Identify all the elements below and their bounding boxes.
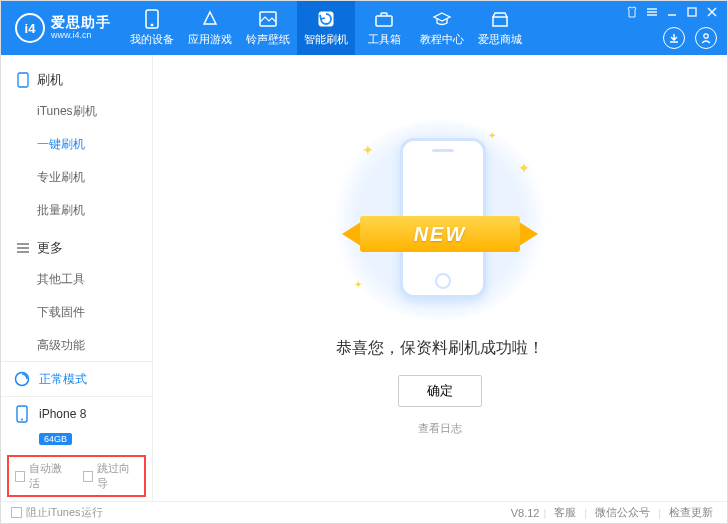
checkbox-icon: [83, 471, 93, 482]
sidebar-item-other-tools[interactable]: 其他工具: [1, 263, 152, 296]
checkbox-label: 自动激活: [29, 461, 70, 491]
toolbox-icon: [374, 9, 394, 29]
nav-toolbox[interactable]: 工具箱: [355, 1, 413, 55]
group-title: 刷机: [37, 71, 63, 89]
graduation-icon: [432, 9, 452, 29]
device-icon: [13, 405, 31, 423]
sidebar-item-batch-flash[interactable]: 批量刷机: [1, 194, 152, 227]
svg-rect-5: [493, 17, 507, 26]
group-title: 更多: [37, 239, 63, 257]
logo-badge: i4: [15, 13, 45, 43]
device-capacity-wrap: 64GB: [1, 431, 152, 453]
menu-icon[interactable]: [645, 5, 659, 19]
nav-label: 应用游戏: [188, 32, 232, 47]
ribbon-text: NEW: [360, 216, 520, 252]
device-name: iPhone 8: [39, 407, 140, 421]
mode-label: 正常模式: [39, 371, 87, 388]
checkbox-icon: [11, 507, 22, 518]
titlebar: i4 爱思助手 www.i4.cn 我的设备 应用游戏 铃声壁纸 智能刷机 工具…: [1, 1, 727, 55]
svg-point-7: [704, 34, 708, 38]
nav-label: 我的设备: [130, 32, 174, 47]
svg-rect-6: [688, 8, 696, 16]
wechat-link[interactable]: 微信公众号: [595, 505, 650, 520]
logo-text: 爱思助手 www.i4.cn: [51, 15, 111, 40]
nav-shop[interactable]: 爱思商城: [471, 1, 529, 55]
nav-my-device[interactable]: 我的设备: [123, 1, 181, 55]
app-subtitle: www.i4.cn: [51, 31, 111, 41]
svg-rect-4: [376, 16, 392, 26]
svg-rect-8: [18, 73, 28, 87]
support-link[interactable]: 客服: [554, 505, 576, 520]
sidebar-item-advanced[interactable]: 高级功能: [1, 329, 152, 361]
apps-icon: [200, 9, 220, 29]
tshirt-icon[interactable]: [625, 5, 639, 19]
version-label: V8.12: [511, 507, 540, 519]
view-log-link[interactable]: 查看日志: [418, 421, 462, 436]
close-icon[interactable]: [705, 5, 719, 19]
user-button[interactable]: [695, 27, 717, 49]
nav-flash[interactable]: 智能刷机: [297, 1, 355, 55]
nav-label: 工具箱: [368, 32, 401, 47]
sidebar-group-flash[interactable]: 刷机: [1, 65, 152, 95]
nav-label: 智能刷机: [304, 32, 348, 47]
capacity-badge: 64GB: [39, 433, 72, 445]
list-icon: [15, 240, 31, 256]
main-nav: 我的设备 应用游戏 铃声壁纸 智能刷机 工具箱 教程中心 爱思商城: [123, 1, 529, 55]
refresh-icon: [316, 9, 336, 29]
skip-guide-checkbox[interactable]: 跳过向导: [83, 461, 139, 491]
check-update-link[interactable]: 检查更新: [669, 505, 713, 520]
nav-apps[interactable]: 应用游戏: [181, 1, 239, 55]
sidebar-item-itunes-flash[interactable]: iTunes刷机: [1, 95, 152, 128]
minimize-icon[interactable]: [665, 5, 679, 19]
window-controls: [625, 5, 719, 19]
auto-activate-checkbox[interactable]: 自动激活: [15, 461, 71, 491]
main-panel: ✦ ✦ ✦ ✦ NEW 恭喜您，保资料刷机成功啦！ 确定 查看日志: [153, 55, 727, 501]
svg-point-1: [151, 24, 153, 26]
sidebar-item-download-firmware[interactable]: 下载固件: [1, 296, 152, 329]
nav-label: 爱思商城: [478, 32, 522, 47]
success-message: 恭喜您，保资料刷机成功啦！: [336, 338, 544, 359]
mode-row[interactable]: 正常模式: [1, 362, 152, 397]
app-title: 爱思助手: [51, 15, 111, 30]
activation-options: 自动激活 跳过向导: [7, 455, 146, 497]
checkbox-icon: [15, 471, 25, 482]
sidebar-item-oneclick-flash[interactable]: 一键刷机: [1, 128, 152, 161]
download-button[interactable]: [663, 27, 685, 49]
success-illustration: ✦ ✦ ✦ ✦ NEW: [330, 120, 550, 320]
block-itunes-checkbox[interactable]: 阻止iTunes运行: [11, 505, 103, 520]
mode-icon: [13, 370, 31, 388]
svg-point-11: [21, 419, 23, 421]
sidebar-group-more[interactable]: 更多: [1, 233, 152, 263]
new-ribbon: NEW: [340, 210, 540, 258]
sidebar: 刷机 iTunes刷机 一键刷机 专业刷机 批量刷机 更多 其他工具 下载固件 …: [1, 55, 153, 501]
maximize-icon[interactable]: [685, 5, 699, 19]
nav-ringtones[interactable]: 铃声壁纸: [239, 1, 297, 55]
checkbox-label: 阻止iTunes运行: [26, 505, 103, 520]
image-icon: [258, 9, 278, 29]
statusbar: 阻止iTunes运行 V8.12 | 客服 | 微信公众号 | 检查更新: [1, 501, 727, 523]
header-actions: [663, 27, 717, 49]
phone-icon: [142, 9, 162, 29]
sidebar-item-pro-flash[interactable]: 专业刷机: [1, 161, 152, 194]
ok-button[interactable]: 确定: [398, 375, 482, 407]
device-row[interactable]: iPhone 8: [1, 397, 152, 431]
checkbox-label: 跳过向导: [97, 461, 138, 491]
nav-label: 铃声壁纸: [246, 32, 290, 47]
shop-icon: [490, 9, 510, 29]
logo: i4 爱思助手 www.i4.cn: [1, 13, 123, 43]
nav-tutorial[interactable]: 教程中心: [413, 1, 471, 55]
phone-small-icon: [15, 72, 31, 88]
nav-label: 教程中心: [420, 32, 464, 47]
